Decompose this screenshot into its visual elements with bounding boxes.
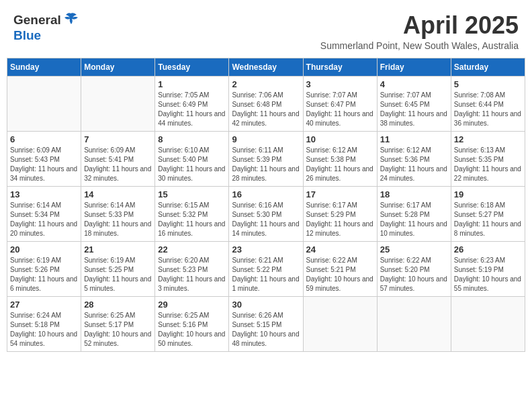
day-info: Sunrise: 6:18 AM Sunset: 5:27 PM Dayligh…	[454, 201, 522, 238]
day-info: Sunrise: 6:21 AM Sunset: 5:22 PM Dayligh…	[232, 256, 300, 293]
day-number: 17	[306, 189, 374, 199]
col-header-saturday: Saturday	[451, 58, 525, 76]
day-number: 22	[158, 244, 226, 255]
day-number: 15	[158, 189, 226, 199]
logo: General Blue	[13, 12, 78, 43]
calendar-cell: 20Sunrise: 6:19 AM Sunset: 5:26 PM Dayli…	[7, 241, 81, 296]
calendar-cell: 19Sunrise: 6:18 AM Sunset: 5:27 PM Dayli…	[451, 186, 525, 241]
calendar-cell: 4Sunrise: 7:07 AM Sunset: 6:45 PM Daylig…	[377, 76, 451, 131]
calendar-week-row: 6Sunrise: 6:09 AM Sunset: 5:43 PM Daylig…	[7, 131, 525, 186]
day-info: Sunrise: 6:23 AM Sunset: 5:19 PM Dayligh…	[454, 256, 522, 293]
day-number: 28	[84, 300, 152, 310]
day-info: Sunrise: 6:17 AM Sunset: 5:29 PM Dayligh…	[306, 201, 374, 238]
day-info: Sunrise: 6:26 AM Sunset: 5:15 PM Dayligh…	[232, 311, 300, 349]
page-header: General Blue April 2025 Summerland Point…	[7, 7, 525, 54]
day-info: Sunrise: 6:09 AM Sunset: 5:43 PM Dayligh…	[10, 146, 78, 183]
calendar-cell: 18Sunrise: 6:17 AM Sunset: 5:28 PM Dayli…	[377, 186, 451, 241]
day-number: 27	[10, 300, 78, 310]
calendar-cell: 11Sunrise: 6:12 AM Sunset: 5:36 PM Dayli…	[377, 131, 451, 186]
day-info: Sunrise: 6:19 AM Sunset: 5:25 PM Dayligh…	[84, 256, 152, 293]
day-info: Sunrise: 6:11 AM Sunset: 5:39 PM Dayligh…	[232, 146, 300, 183]
calendar-cell: 22Sunrise: 6:20 AM Sunset: 5:23 PM Dayli…	[155, 241, 229, 296]
calendar-cell: 10Sunrise: 6:12 AM Sunset: 5:38 PM Dayli…	[303, 131, 377, 186]
day-info: Sunrise: 6:17 AM Sunset: 5:28 PM Dayligh…	[380, 201, 448, 238]
day-number: 4	[380, 79, 448, 89]
calendar-cell: 12Sunrise: 6:13 AM Sunset: 5:35 PM Dayli…	[451, 131, 525, 186]
day-info: Sunrise: 7:07 AM Sunset: 6:45 PM Dayligh…	[380, 91, 448, 128]
calendar-week-row: 1Sunrise: 7:05 AM Sunset: 6:49 PM Daylig…	[7, 76, 525, 131]
calendar-cell: 14Sunrise: 6:14 AM Sunset: 5:33 PM Dayli…	[81, 186, 155, 241]
day-number: 13	[10, 189, 78, 199]
day-number: 11	[380, 134, 448, 144]
calendar-cell: 30Sunrise: 6:26 AM Sunset: 5:15 PM Dayli…	[229, 296, 303, 351]
day-info: Sunrise: 6:16 AM Sunset: 5:30 PM Dayligh…	[232, 201, 300, 238]
calendar-week-row: 27Sunrise: 6:24 AM Sunset: 5:18 PM Dayli…	[7, 296, 525, 351]
calendar-table: SundayMondayTuesdayWednesdayThursdayFrid…	[7, 58, 525, 352]
day-number: 6	[10, 134, 78, 144]
col-header-monday: Monday	[81, 58, 155, 76]
day-info: Sunrise: 6:10 AM Sunset: 5:40 PM Dayligh…	[158, 146, 226, 183]
day-number: 8	[158, 134, 226, 144]
calendar-cell: 1Sunrise: 7:05 AM Sunset: 6:49 PM Daylig…	[155, 76, 229, 131]
day-number: 1	[158, 79, 226, 89]
day-info: Sunrise: 6:14 AM Sunset: 5:34 PM Dayligh…	[10, 201, 78, 238]
calendar-cell: 15Sunrise: 6:15 AM Sunset: 5:32 PM Dayli…	[155, 186, 229, 241]
day-info: Sunrise: 6:24 AM Sunset: 5:18 PM Dayligh…	[10, 311, 78, 349]
title-block: April 2025 Summerland Point, New South W…	[320, 12, 519, 51]
calendar-cell	[81, 76, 155, 131]
day-number: 7	[84, 134, 152, 144]
calendar-cell	[303, 296, 377, 351]
calendar-cell: 5Sunrise: 7:08 AM Sunset: 6:44 PM Daylig…	[451, 76, 525, 131]
day-info: Sunrise: 6:14 AM Sunset: 5:33 PM Dayligh…	[84, 201, 152, 238]
calendar-cell: 16Sunrise: 6:16 AM Sunset: 5:30 PM Dayli…	[229, 186, 303, 241]
day-info: Sunrise: 6:19 AM Sunset: 5:26 PM Dayligh…	[10, 256, 78, 293]
day-info: Sunrise: 6:22 AM Sunset: 5:20 PM Dayligh…	[380, 256, 448, 293]
calendar-cell: 7Sunrise: 6:09 AM Sunset: 5:41 PM Daylig…	[81, 131, 155, 186]
calendar-title: April 2025	[320, 12, 519, 39]
day-number: 12	[454, 134, 522, 144]
day-info: Sunrise: 6:13 AM Sunset: 5:35 PM Dayligh…	[454, 146, 522, 183]
day-number: 24	[306, 244, 374, 255]
day-info: Sunrise: 7:07 AM Sunset: 6:47 PM Dayligh…	[306, 91, 374, 128]
calendar-cell: 23Sunrise: 6:21 AM Sunset: 5:22 PM Dayli…	[229, 241, 303, 296]
calendar-cell: 17Sunrise: 6:17 AM Sunset: 5:29 PM Dayli…	[303, 186, 377, 241]
day-number: 5	[454, 79, 522, 89]
day-number: 21	[84, 244, 152, 255]
day-info: Sunrise: 6:25 AM Sunset: 5:17 PM Dayligh…	[84, 311, 152, 349]
calendar-cell: 25Sunrise: 6:22 AM Sunset: 5:20 PM Dayli…	[377, 241, 451, 296]
calendar-cell: 2Sunrise: 7:06 AM Sunset: 6:48 PM Daylig…	[229, 76, 303, 131]
day-number: 30	[232, 300, 300, 310]
calendar-cell	[377, 296, 451, 351]
day-info: Sunrise: 6:15 AM Sunset: 5:32 PM Dayligh…	[158, 201, 226, 238]
calendar-cell: 29Sunrise: 6:25 AM Sunset: 5:16 PM Dayli…	[155, 296, 229, 351]
calendar-cell: 9Sunrise: 6:11 AM Sunset: 5:39 PM Daylig…	[229, 131, 303, 186]
logo-blue: Blue	[13, 28, 41, 42]
calendar-cell: 3Sunrise: 7:07 AM Sunset: 6:47 PM Daylig…	[303, 76, 377, 131]
day-info: Sunrise: 6:20 AM Sunset: 5:23 PM Dayligh…	[158, 256, 226, 293]
col-header-thursday: Thursday	[303, 58, 377, 76]
calendar-cell	[451, 296, 525, 351]
calendar-header-row: SundayMondayTuesdayWednesdayThursdayFrid…	[7, 58, 525, 76]
logo-bird-icon	[63, 12, 78, 28]
logo-general: General	[13, 13, 61, 28]
calendar-cell: 13Sunrise: 6:14 AM Sunset: 5:34 PM Dayli…	[7, 186, 81, 241]
calendar-cell	[7, 76, 81, 131]
calendar-cell: 26Sunrise: 6:23 AM Sunset: 5:19 PM Dayli…	[451, 241, 525, 296]
calendar-subtitle: Summerland Point, New South Wales, Austr…	[320, 40, 519, 51]
calendar-cell: 21Sunrise: 6:19 AM Sunset: 5:25 PM Dayli…	[81, 241, 155, 296]
day-info: Sunrise: 6:09 AM Sunset: 5:41 PM Dayligh…	[84, 146, 152, 183]
day-info: Sunrise: 7:05 AM Sunset: 6:49 PM Dayligh…	[158, 91, 226, 128]
day-number: 26	[454, 244, 522, 255]
calendar-cell: 8Sunrise: 6:10 AM Sunset: 5:40 PM Daylig…	[155, 131, 229, 186]
calendar-cell: 24Sunrise: 6:22 AM Sunset: 5:21 PM Dayli…	[303, 241, 377, 296]
day-info: Sunrise: 6:12 AM Sunset: 5:36 PM Dayligh…	[380, 146, 448, 183]
day-number: 20	[10, 244, 78, 255]
calendar-cell: 28Sunrise: 6:25 AM Sunset: 5:17 PM Dayli…	[81, 296, 155, 351]
calendar-cell: 27Sunrise: 6:24 AM Sunset: 5:18 PM Dayli…	[7, 296, 81, 351]
day-number: 9	[232, 134, 300, 144]
col-header-sunday: Sunday	[7, 58, 81, 76]
day-number: 18	[380, 189, 448, 199]
day-number: 10	[306, 134, 374, 144]
day-info: Sunrise: 6:25 AM Sunset: 5:16 PM Dayligh…	[158, 311, 226, 349]
day-number: 23	[232, 244, 300, 255]
